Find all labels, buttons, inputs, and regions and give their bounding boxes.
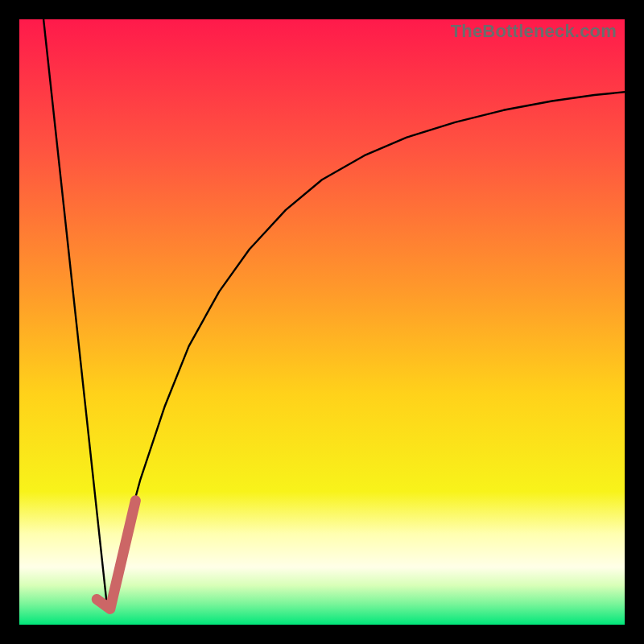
chart-lines (19, 19, 625, 625)
chart-frame: TheBottleneck.com (0, 0, 644, 644)
series-curve-right (107, 92, 625, 606)
series-v-left (43, 19, 107, 606)
series-highlight-tick (97, 501, 135, 609)
watermark-text: TheBottleneck.com (451, 21, 617, 42)
plot-area: TheBottleneck.com (19, 19, 625, 625)
